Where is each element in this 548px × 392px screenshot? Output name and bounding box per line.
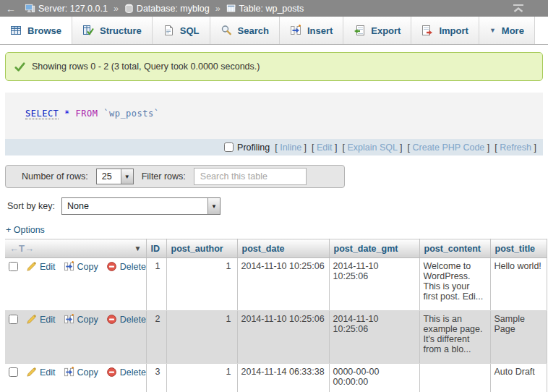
filter-rows-input[interactable] <box>194 168 307 185</box>
sql-star: * <box>64 108 70 119</box>
check-all-icon[interactable]: ←T→ <box>9 243 34 254</box>
row-actions-cell: Edit Copy Delete <box>5 258 146 311</box>
table-icon <box>226 4 236 14</box>
create-php-code-link[interactable]: Create PHP Code <box>412 142 484 153</box>
options-toggle-link[interactable]: + Options <box>6 225 45 235</box>
query-link-group: [ Edit ] <box>312 142 337 153</box>
cell-post-title: Sample Page <box>490 311 547 364</box>
chevron-down-icon: ▼ <box>121 169 133 184</box>
edit-link[interactable]: Edit <box>40 262 56 272</box>
copy-link[interactable]: Copy <box>77 315 98 325</box>
bracket: ] <box>400 142 402 153</box>
tab-browse[interactable]: Browse <box>0 17 72 44</box>
cell-post-author: 1 <box>166 311 237 364</box>
header-actions-cell: ←T→ ▼ <box>5 239 146 258</box>
sql-icon <box>163 25 174 36</box>
cell-post-content: Welcome to WordPress. This is your first… <box>419 258 490 311</box>
sql-query: SELECT * FROM `wp_posts` <box>5 93 543 139</box>
tab-bar-filler <box>535 17 548 44</box>
tab-structure[interactable]: Structure <box>72 17 153 44</box>
copy-link[interactable]: Copy <box>77 367 98 378</box>
tab-search[interactable]: Search <box>210 17 280 44</box>
sql-keyword-from: FROM <box>76 108 98 119</box>
header-post-title[interactable]: post_title <box>490 239 547 258</box>
sql-table-name: `wp_posts` <box>103 108 159 119</box>
refresh-link[interactable]: Refresh <box>500 142 531 153</box>
rows-control-bar: Number of rows: 25 ▼ Filter rows: <box>5 165 345 188</box>
cell-post-content: This is an example page. It's different … <box>419 311 490 364</box>
sql-keyword-select[interactable]: SELECT <box>25 108 59 119</box>
tab-more[interactable]: ▼ More <box>479 17 535 44</box>
header-post-date-gmt[interactable]: post_date_gmt <box>329 239 419 258</box>
header-post-date[interactable]: post_date <box>237 239 329 258</box>
browse-icon <box>10 25 22 36</box>
tab-sql[interactable]: SQL <box>153 17 210 44</box>
edit-link[interactable]: Edit <box>40 315 56 325</box>
structure-icon <box>82 25 94 36</box>
header-post-content[interactable]: post_content <box>419 239 490 258</box>
breadcrumb-database[interactable]: Database: myblog <box>124 4 210 14</box>
tab-label: Insert <box>307 25 333 36</box>
query-link-group: [ Create PHP Code ] <box>408 142 490 153</box>
delete-icon <box>106 314 117 325</box>
success-check-icon <box>14 61 25 72</box>
table-row: Edit Copy Delete 2 1 2014-11-10 10:25:06… <box>5 311 547 364</box>
breadcrumb-separator: » <box>215 4 221 14</box>
num-rows-label: Number of rows: <box>22 171 88 182</box>
profiling-checkbox[interactable] <box>224 142 234 152</box>
breadcrumb-table-label: Table: wp_posts <box>239 4 304 14</box>
breadcrumb-database-label: Database: myblog <box>137 4 210 14</box>
inline-link[interactable]: Inline <box>280 142 301 153</box>
cell-post-date-gmt: 2014-11-10 10:25:06 <box>329 311 419 364</box>
num-rows-select[interactable]: 25 ▼ <box>96 169 134 184</box>
edit-link[interactable]: Edit <box>40 367 56 378</box>
insert-icon <box>290 25 301 36</box>
collapse-top-icon[interactable] <box>512 4 525 13</box>
table-row: Edit Copy Delete 3 1 2014-11-14 06:33:38… <box>5 364 547 392</box>
breadcrumb-table[interactable]: Table: wp_posts <box>226 4 304 14</box>
tab-bar: Browse Structure SQL Search Insert Expor… <box>0 17 548 45</box>
results-table: ←T→ ▼ ID post_author post_date post_date… <box>5 239 547 392</box>
bracket: [ <box>408 142 410 153</box>
bracket: ] <box>304 142 307 153</box>
server-icon <box>25 3 35 14</box>
cell-post-date: 2014-11-14 06:33:38 <box>237 364 329 392</box>
row-checkbox[interactable] <box>9 367 18 377</box>
cell-post-title: Hello world! <box>490 258 547 311</box>
column-sort-icon[interactable]: ▼ <box>134 244 142 252</box>
header-id[interactable]: ID <box>146 239 166 258</box>
breadcrumb-server[interactable]: Server: 127.0.0.1 <box>25 3 108 14</box>
copy-link[interactable]: Copy <box>77 262 98 272</box>
query-link-group: [ Inline ] <box>275 142 307 153</box>
import-icon <box>421 25 433 36</box>
breadcrumb-server-label: Server: 127.0.0.1 <box>38 4 108 14</box>
header-post-author[interactable]: post_author <box>166 239 237 258</box>
cell-id: 2 <box>146 311 166 364</box>
row-actions-cell: Edit Copy Delete <box>5 364 146 392</box>
back-arrow-icon[interactable]: ← <box>6 3 25 14</box>
bracket: ] <box>534 142 536 153</box>
edit-pencil-icon <box>26 261 37 272</box>
tab-insert[interactable]: Insert <box>280 17 343 44</box>
row-checkbox[interactable] <box>9 315 18 324</box>
cell-post-date: 2014-11-10 10:25:06 <box>237 311 329 364</box>
delete-link[interactable]: Delete <box>120 262 146 272</box>
export-icon <box>354 25 365 36</box>
explain-sql-link[interactable]: Explain SQL <box>348 142 398 153</box>
tab-import[interactable]: Import <box>411 17 479 44</box>
query-link-group: [ Explain SQL ] <box>343 142 403 153</box>
delete-link[interactable]: Delete <box>120 367 146 378</box>
delete-link[interactable]: Delete <box>120 315 146 325</box>
tab-export[interactable]: Export <box>343 17 411 44</box>
sort-by-key-value: None <box>62 201 207 211</box>
database-icon <box>124 4 134 14</box>
query-options-bar: Profiling [ Inline ] [ Edit ] [ Explain … <box>5 139 543 155</box>
filter-rows-label: Filter rows: <box>142 171 186 182</box>
sort-by-key-select[interactable]: None ▼ <box>61 197 221 215</box>
cell-post-author: 1 <box>166 258 237 311</box>
row-checkbox[interactable] <box>9 262 18 271</box>
copy-icon <box>64 261 74 272</box>
cell-post-title: Auto Draft <box>490 364 547 392</box>
edit-link[interactable]: Edit <box>317 142 333 153</box>
cell-id: 1 <box>146 258 166 311</box>
